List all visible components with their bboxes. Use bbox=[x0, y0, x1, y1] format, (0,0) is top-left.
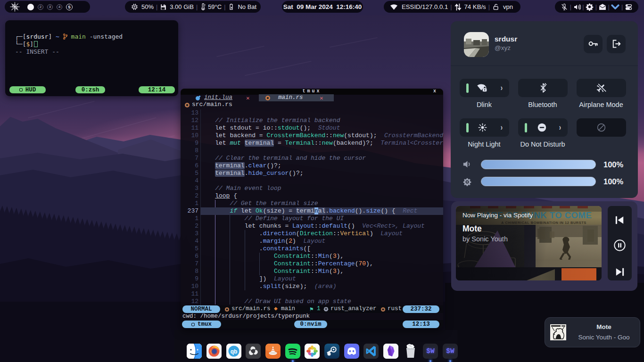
svg-text:qb: qb bbox=[231, 348, 238, 355]
